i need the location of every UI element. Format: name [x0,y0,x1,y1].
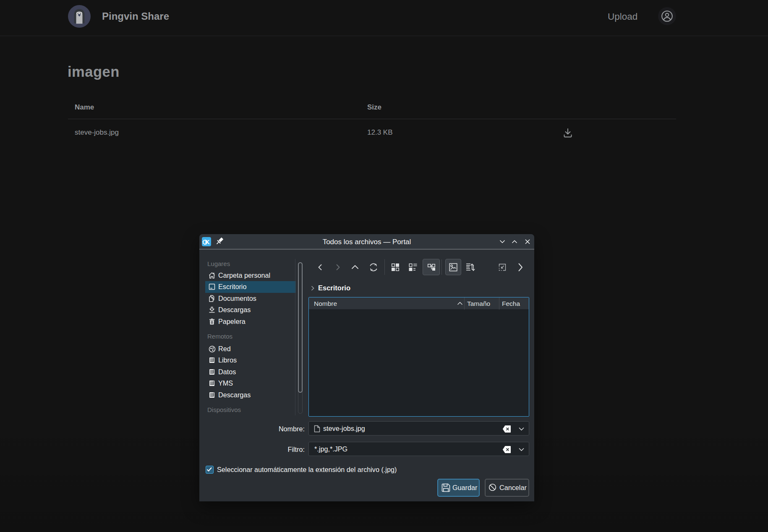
svg-text:K: K [205,238,210,245]
